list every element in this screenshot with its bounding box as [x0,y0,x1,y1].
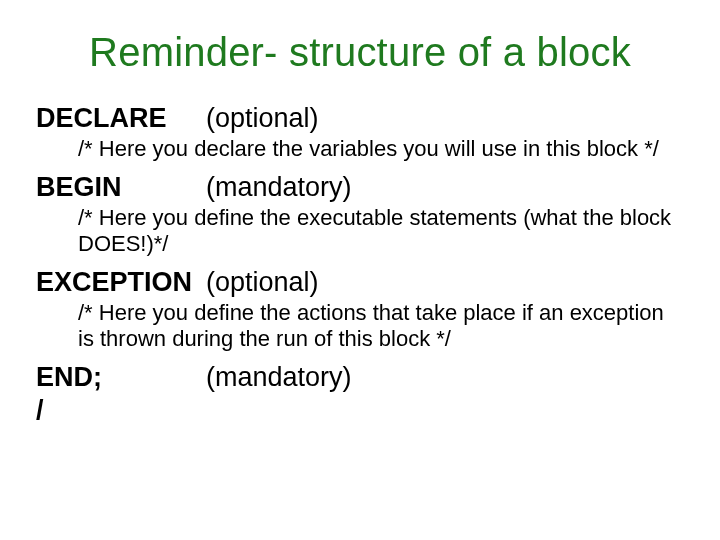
terminator-slash: / [36,395,206,426]
keyword-exception: EXCEPTION [36,267,206,298]
keyword-declare: DECLARE [36,103,206,134]
keyword-begin: BEGIN [36,172,206,203]
note-begin: (mandatory) [206,172,352,203]
note-declare: (optional) [206,103,319,134]
row-end: END; (mandatory) [36,362,684,393]
row-exception: EXCEPTION (optional) [36,267,684,298]
row-begin: BEGIN (mandatory) [36,172,684,203]
note-exception: (optional) [206,267,319,298]
comment-begin: /* Here you define the executable statem… [78,205,684,257]
comment-exception: /* Here you define the actions that take… [78,300,684,352]
note-end: (mandatory) [206,362,352,393]
row-declare: DECLARE (optional) [36,103,684,134]
slide-title: Reminder- structure of a block [36,30,684,75]
keyword-end: END; [36,362,206,393]
slide: Reminder- structure of a block DECLARE (… [0,0,720,540]
row-terminator: / [36,395,684,426]
comment-declare: /* Here you declare the variables you wi… [78,136,684,162]
